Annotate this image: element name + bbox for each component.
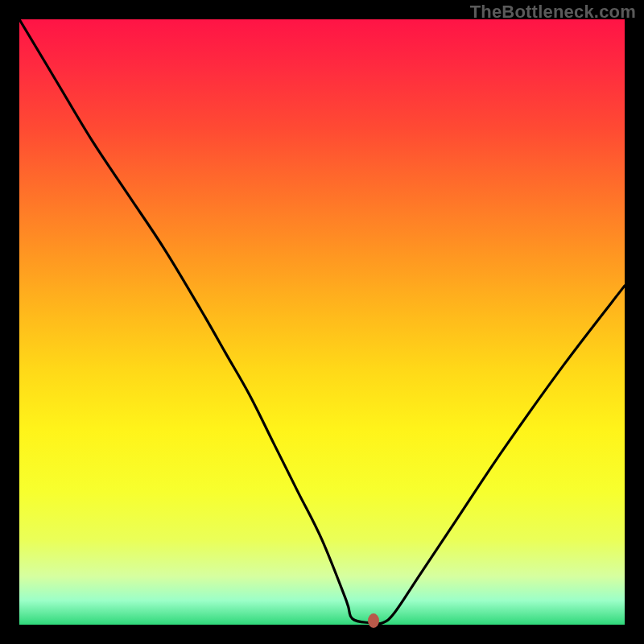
- optimum-marker: [368, 613, 379, 628]
- curve-layer: [19, 19, 625, 625]
- chart-container: TheBottleneck.com: [0, 0, 644, 644]
- plot-area: [19, 19, 625, 625]
- bottleneck-curve: [19, 19, 625, 624]
